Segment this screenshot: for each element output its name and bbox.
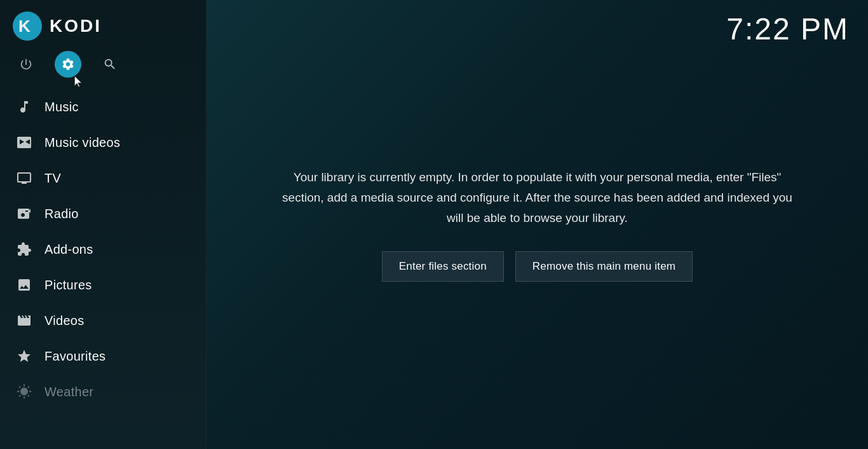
search-button[interactable] (97, 51, 123, 78)
weather-icon (15, 383, 33, 401)
videos-label: Videos (44, 314, 85, 328)
videos-icon (15, 312, 33, 329)
radio-label: Radio (44, 207, 79, 221)
sidebar-item-tv[interactable]: TV (0, 160, 206, 196)
music-icon (15, 98, 33, 116)
pictures-label: Pictures (44, 278, 92, 293)
favourites-icon (15, 347, 33, 365)
enter-files-button[interactable]: Enter files section (382, 251, 504, 282)
addons-label: Add-ons (44, 242, 93, 257)
library-empty-message: Your library is currently empty. In orde… (277, 167, 798, 229)
sidebar: K KODI Music (0, 0, 207, 449)
svg-text:K: K (18, 17, 31, 36)
kodi-logo-icon: K (13, 11, 42, 41)
radio-icon (15, 205, 33, 223)
tv-icon (15, 169, 33, 187)
sidebar-item-music[interactable]: Music (0, 89, 206, 125)
remove-menu-item-button[interactable]: Remove this main menu item (515, 251, 693, 282)
sidebar-item-videos[interactable]: Videos (0, 303, 206, 338)
sidebar-item-weather[interactable]: Weather (0, 374, 206, 410)
pictures-icon (15, 276, 33, 294)
content-area: Your library is currently empty. In orde… (207, 0, 868, 449)
tv-label: TV (44, 171, 61, 186)
action-buttons: Enter files section Remove this main men… (382, 251, 693, 282)
settings-button[interactable] (55, 51, 81, 78)
music-videos-label: Music videos (44, 135, 120, 150)
sidebar-item-add-ons[interactable]: Add-ons (0, 231, 206, 267)
sidebar-item-favourites[interactable]: Favourites (0, 338, 206, 374)
search-icon (103, 57, 117, 71)
sidebar-item-pictures[interactable]: Pictures (0, 267, 206, 303)
power-icon (19, 57, 33, 71)
weather-label: Weather (44, 385, 93, 399)
settings-icon (61, 57, 75, 71)
app-title: KODI (50, 16, 102, 36)
music-label: Music (44, 100, 79, 114)
addons-icon (15, 240, 33, 258)
music-videos-icon (15, 134, 33, 151)
sidebar-item-music-videos[interactable]: Music videos (0, 125, 206, 160)
favourites-label: Favourites (44, 349, 105, 364)
top-icon-bar (0, 47, 206, 86)
clock: 7:22 PM (726, 11, 849, 46)
app-header: K KODI (0, 0, 206, 47)
nav-menu: Music Music videos TV Radio (0, 86, 206, 449)
main-content: 7:22 PM Your library is currently empty.… (207, 0, 868, 449)
sidebar-item-radio[interactable]: Radio (0, 196, 206, 231)
power-button[interactable] (13, 51, 39, 78)
